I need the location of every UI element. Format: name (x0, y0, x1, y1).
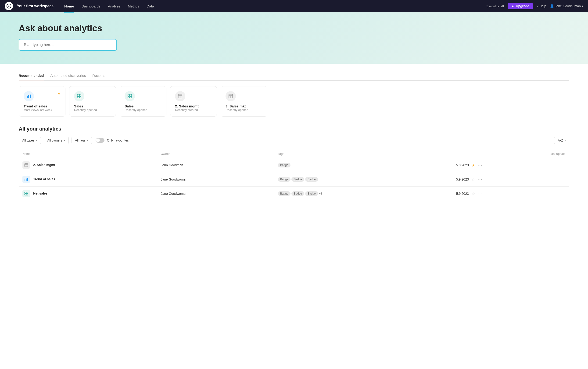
col-owner: Owner (157, 150, 274, 158)
col-last-update: Last update (452, 150, 569, 158)
cell-tags: BadgeBadgeBadge+3 (274, 187, 452, 201)
cell-owner: Jane Goodwomen (157, 187, 274, 201)
recommended-cards: ★ Trend of sales Most views last week Sa… (19, 86, 569, 117)
tag-badge: Badge (291, 177, 304, 182)
card-sales-mgmt[interactable]: 2. Sales mgmt Recently created (170, 86, 217, 117)
logo (5, 2, 13, 10)
tag-badge: Badge (305, 177, 318, 182)
cell-owner: John Goodman (157, 158, 274, 172)
tab-recents[interactable]: Recents (92, 71, 105, 80)
row-more-menu[interactable]: ··· (478, 163, 483, 168)
svg-rect-1 (27, 96, 28, 98)
cell-name: Net sales (19, 187, 157, 201)
table-row: Trend of sales Jane Goodwomen BadgeBadge… (19, 172, 569, 187)
star-icon-filled[interactable]: ★ (57, 91, 61, 95)
last-update-date: 5.9.2023 (456, 177, 469, 181)
cell-last-update: 5.9.2023 ☆ ··· (452, 187, 569, 201)
last-update-date: 5.9.2023 (456, 192, 469, 195)
card-title: Trend of sales (24, 104, 61, 108)
svg-rect-22 (26, 178, 27, 181)
workspace-name: Your first workspace (17, 4, 53, 8)
card-icon-table-2 (125, 91, 135, 101)
cell-tags: Badge (274, 158, 452, 172)
tag-badge: Badge (291, 191, 304, 196)
tag-badge: Badge (278, 163, 291, 167)
trial-text: 3 months left (487, 4, 504, 8)
svg-rect-27 (26, 194, 28, 195)
table-row: 2. Sales mgmt John Goodman Badge 5.9.202… (19, 158, 569, 172)
nav-data[interactable]: Data (143, 3, 157, 10)
svg-rect-6 (77, 96, 79, 98)
tabs-bar: Recommended Automated discoveries Recent… (19, 71, 569, 81)
row-more-menu[interactable]: ··· (478, 191, 483, 196)
tab-recommended[interactable]: Recommended (19, 71, 44, 80)
svg-rect-4 (77, 94, 79, 96)
chevron-down-icon: ▾ (36, 139, 37, 142)
card-icon-table (74, 91, 84, 101)
card-icon-bar-chart (24, 91, 34, 101)
card-trend-of-sales[interactable]: ★ Trend of sales Most views last week (19, 86, 65, 117)
row-name[interactable]: 2. Sales mgmt (33, 163, 55, 167)
favourites-toggle[interactable] (95, 138, 105, 143)
nav-analyze[interactable]: Analyze (105, 3, 124, 10)
nav-dashboards[interactable]: Dashboards (78, 3, 104, 10)
favourites-toggle-wrap: Only favourites (95, 138, 128, 143)
cell-last-update: 5.9.2023 ★ ··· (452, 158, 569, 172)
col-name: Name (19, 150, 157, 158)
svg-rect-3 (30, 95, 31, 98)
svg-rect-24 (24, 192, 26, 193)
filter-tags[interactable]: All tags ▾ (72, 137, 92, 144)
row-star-filled[interactable]: ★ (472, 163, 475, 167)
toggle-knob (96, 138, 100, 142)
row-name[interactable]: Trend of sales (33, 177, 55, 181)
last-update-date: 5.9.2023 (456, 163, 469, 167)
cell-last-update: 5.9.2023 ☆ ··· (452, 172, 569, 187)
main-content: Recommended Automated discoveries Recent… (0, 64, 588, 208)
favourites-label: Only favourites (107, 138, 128, 142)
nav-home[interactable]: Home (61, 3, 77, 10)
chevron-down-icon: ▾ (64, 139, 65, 142)
navbar: Your first workspace Home Dashboards Ana… (0, 0, 588, 12)
chevron-down-icon: ▾ (87, 139, 88, 142)
search-input[interactable] (19, 39, 117, 51)
card-title: Sales (74, 104, 111, 108)
row-star-empty[interactable]: ☆ (472, 177, 475, 182)
filters-bar: All types ▾ All owners ▾ All tags ▾ Only… (19, 137, 569, 144)
tag-more: +3 (319, 192, 322, 195)
tab-automated[interactable]: Automated discoveries (51, 71, 86, 80)
nav-links: Home Dashboards Analyze Metrics Data (61, 3, 157, 10)
card-sales-1[interactable]: Sales Recently opened (69, 86, 116, 117)
card-sales-2[interactable]: Sales Recently opened (120, 86, 166, 117)
row-name[interactable]: Net sales (33, 192, 47, 195)
card-title: 3. Sales mkt (226, 104, 262, 108)
user-menu[interactable]: 👤 Jane Goodhuman ▾ (550, 4, 583, 8)
card-subtitle: Recently created (175, 108, 212, 112)
filter-types[interactable]: All types ▾ (19, 137, 41, 144)
row-type-icon (22, 161, 30, 169)
svg-rect-26 (24, 194, 26, 195)
card-subtitle: Recently opened (74, 108, 111, 112)
svg-rect-9 (130, 94, 132, 96)
tag-badge: Badge (278, 177, 291, 182)
svg-rect-7 (79, 96, 81, 98)
cell-name: Trend of sales (19, 172, 157, 187)
card-icon-dashboard (175, 91, 185, 101)
user-icon: 👤 (550, 4, 554, 8)
card-subtitle: Recently opened (226, 108, 262, 112)
filter-owners[interactable]: All owners ▾ (44, 137, 69, 144)
sort-button[interactable]: A-Z ▾ (554, 137, 569, 144)
svg-rect-8 (128, 94, 129, 96)
card-subtitle: Recently opened (125, 108, 161, 112)
tag-badge: Badge (278, 191, 291, 196)
hero-section: Ask about analytics (0, 12, 588, 64)
row-type-icon (22, 176, 30, 183)
chevron-down-icon: ▾ (564, 139, 566, 142)
analytics-title: All your analytics (19, 126, 569, 132)
card-sales-mkt[interactable]: 3. Sales mkt Recently opened (220, 86, 267, 117)
row-more-menu[interactable]: ··· (478, 177, 483, 182)
row-star-empty[interactable]: ☆ (472, 192, 475, 196)
svg-rect-10 (128, 96, 129, 98)
help-link[interactable]: ? Help (536, 4, 546, 8)
nav-metrics[interactable]: Metrics (125, 3, 142, 10)
upgrade-button[interactable]: ★ Upgrade (508, 3, 533, 9)
